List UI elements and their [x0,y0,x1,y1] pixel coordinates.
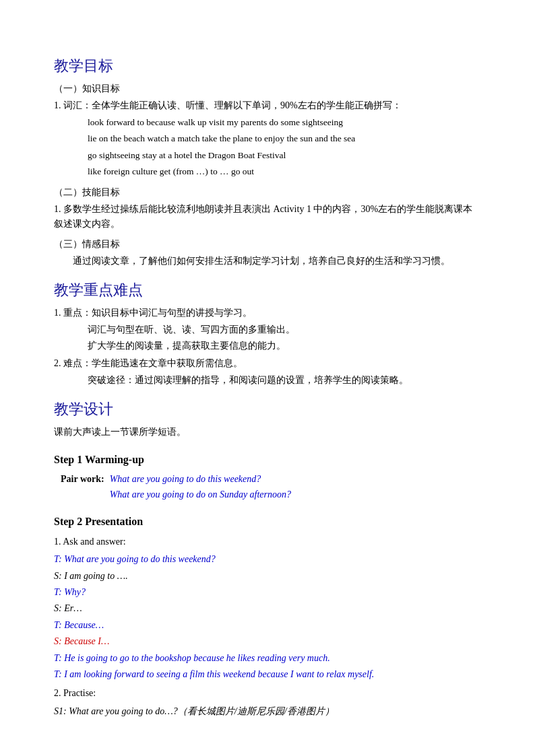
step2-heading: Step 2 Presentation [54,513,481,530]
emotion-sub: （三）情感目标 [54,237,481,252]
section-step1: Step 1 Warming-up Pair work: What are yo… [54,451,481,502]
dialog-line-6: S: Because I… [54,634,481,649]
knowledge-sub: （一）知识目标 [54,81,481,96]
objectives-heading: 教学目标 [54,54,481,77]
vocab-line4: like foreign culture get (from …) to … g… [88,164,481,180]
key-item1-sub1: 词汇与句型在听、说、读、写四方面的多重输出。 [88,322,481,337]
pair-work-label: Pair work: [61,472,104,487]
step1-heading: Step 1 Warming-up [54,451,481,469]
vocab-line2: lie on the beach watch a match take the … [88,131,481,147]
design-content: 课前大声读上一节课所学短语。 [54,425,481,440]
dialog-line-1: T: What are you going to do this weekend… [54,552,481,567]
key-item1-sub2: 扩大学生的阅读量，提高获取主要信息的能力。 [88,339,481,353]
vocab-line3: go sightseeing stay at a hotel the Drago… [88,147,481,164]
dialog-line-3: T: Why? [54,585,481,600]
dialog-line-7: T: He is going to go to the bookshop bec… [54,651,481,666]
skill-sub: （二）技能目标 [54,185,481,200]
key-item2: 2. 难点：学生能迅速在文章中获取所需信息。 [54,356,481,371]
pair-work-questions: What are you going to do this weekend? W… [110,472,291,502]
section-key: 教学重点难点 1. 重点：知识目标中词汇与句型的讲授与学习。 词汇与句型在听、说… [54,278,481,388]
section-design: 教学设计 课前大声读上一节课所学短语。 [54,397,481,440]
section-objectives: 教学目标 （一）知识目标 1. 词汇：全体学生能正确认读、听懂、理解以下单词，9… [54,54,481,269]
emotion-content: 通过阅读文章，了解他们如何安排生活和制定学习计划，培养自己良好的生活和学习习惯。 [73,254,481,269]
skill-item1: 1. 多数学生经过操练后能比较流利地朗读并且表演出 Activity 1 中的内… [54,202,481,232]
pair-work-block: Pair work: What are you going to do this… [61,472,481,502]
dialog-line-2: S: I am going to …. [54,569,481,584]
ask-answer-label: 1. Ask and answer: [54,535,481,549]
practise-label: 2. Practise: [54,686,481,701]
key-heading: 教学重点难点 [54,278,481,302]
section-step2: Step 2 Presentation 1. Ask and answer: T… [54,513,481,719]
pair-work-q2: What are you going to do on Sunday after… [110,487,291,502]
dialog-line-5: T: Because… [54,618,481,633]
key-item1: 1. 重点：知识目标中词汇与句型的讲授与学习。 [54,306,481,320]
dialog-line-8: T: I am looking forward to seeing a film… [54,667,481,682]
practise-s1: S1: What are you going to do…?（看长城图片/迪斯尼… [54,704,481,719]
key-item2-sub: 突破途径：通过阅读理解的指导，和阅读问题的设置，培养学生的阅读策略。 [88,373,481,388]
knowledge-item1: 1. 词汇：全体学生能正确认读、听懂、理解以下单词，90%左右的学生能正确拼写： [54,98,481,113]
vocab-line1: look forward to because walk up visit my… [88,114,481,131]
design-heading: 教学设计 [54,397,481,421]
pair-work-q1: What are you going to do this weekend? [110,472,291,487]
dialog-line-4: S: Er… [54,601,481,616]
